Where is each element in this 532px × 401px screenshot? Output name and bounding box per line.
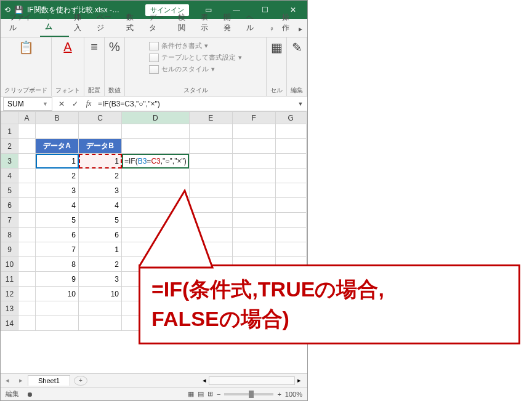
zoom-level[interactable]: 100%	[285, 391, 302, 398]
tab-tell[interactable]: ♀	[264, 21, 280, 37]
callout-leader-icon	[139, 188, 323, 286]
group-edit[interactable]: ✎ 編集	[287, 38, 307, 96]
sheet-tab-1[interactable]: Sheet1	[28, 375, 70, 386]
tab-help[interactable]: ヘル	[241, 9, 264, 37]
header-data-a[interactable]: データA	[36, 139, 79, 154]
font-icon[interactable]: A	[63, 40, 71, 54]
group-number[interactable]: % 数値	[105, 38, 125, 96]
tab-formula[interactable]: 数式	[121, 9, 144, 37]
row-3: 3 1 1 =IF(B3=C3,"○","×")	[1, 154, 307, 169]
col-header-c[interactable]: C	[79, 112, 122, 124]
zoom-in-button[interactable]: +	[277, 391, 281, 398]
col-header-f[interactable]: F	[232, 112, 275, 124]
annotation-callout: =IF(条件式,TRUEの場合, FALSEの場合)	[139, 264, 520, 363]
cell-b3[interactable]: 1	[36, 154, 79, 169]
sheet-nav-prev[interactable]: ◂	[1, 376, 14, 384]
callout-line2: FALSEの場合)	[151, 304, 384, 334]
zoom-slider[interactable]	[224, 393, 273, 395]
col-header-b[interactable]: B	[36, 112, 79, 124]
number-icon[interactable]: %	[109, 40, 120, 54]
table-format-button[interactable]: テーブルとして書式設定▾	[147, 52, 244, 63]
tab-dev[interactable]: 開発	[219, 9, 241, 37]
col-header-e[interactable]: E	[189, 112, 232, 124]
cond-format-button[interactable]: 条件付き書式▾	[147, 40, 244, 52]
align-icon[interactable]: ≡	[91, 40, 98, 54]
view-page-icon[interactable]: ▤	[198, 390, 204, 398]
row-4: 422	[1, 169, 307, 183]
cell-style-button[interactable]: セルのスタイル▾	[147, 63, 244, 75]
group-cells[interactable]: ▦ セル	[267, 38, 287, 96]
macro-record-icon[interactable]: ⏺	[26, 391, 33, 398]
cell-c3[interactable]: 1	[79, 154, 122, 169]
group-font[interactable]: A フォント	[52, 38, 84, 96]
horizontal-scrollbar[interactable]: ◂▸	[87, 376, 307, 385]
chevron-down-icon[interactable]: ▼	[42, 101, 48, 107]
row-1: 1	[1, 124, 307, 139]
tab-page[interactable]: ページ	[92, 9, 121, 37]
col-header-a[interactable]: A	[18, 112, 36, 124]
formula-input[interactable]: =IF(B3=C3,"○","×")	[95, 100, 294, 108]
col-header-g[interactable]: G	[275, 112, 306, 124]
tab-share[interactable]: 操作	[280, 9, 297, 37]
row-2: 2データAデータB	[1, 139, 307, 154]
header-data-b[interactable]: データB	[79, 139, 122, 154]
formula-bar: SUM ▼ ✕ ✓ fx =IF(B3=C3,"○","×") ▼	[1, 97, 307, 111]
cell-d3-editing[interactable]: =IF(B3=C3,"○","×")	[122, 154, 190, 169]
cancel-formula-icon[interactable]: ✕	[55, 100, 68, 108]
ribbon-tabs: ファイル ホーム 挿入 ページ 数式 データ 校閲 表示 開発 ヘル ♀ 操作 …	[1, 19, 307, 38]
add-sheet-button[interactable]: +	[74, 376, 87, 386]
tab-review[interactable]: 校閲	[173, 9, 196, 37]
cells-icon[interactable]: ▦	[271, 40, 283, 55]
group-styles: 条件付き書式▾ テーブルとして書式設定▾ セルのスタイル▾ スタイル	[125, 38, 267, 96]
tab-insert[interactable]: 挿入	[69, 9, 92, 37]
expand-formula-icon[interactable]: ▼	[294, 101, 307, 107]
tab-home[interactable]: ホーム	[40, 7, 69, 37]
fx-icon[interactable]: fx	[82, 99, 95, 108]
group-align[interactable]: ≡ 配置	[84, 38, 105, 96]
status-bar: 編集 ⏺ ▦ ▤ ⊞ − + 100%	[1, 387, 307, 400]
view-normal-icon[interactable]: ▦	[188, 390, 194, 398]
tab-view[interactable]: 表示	[196, 9, 219, 37]
tab-data[interactable]: データ	[144, 9, 173, 37]
ribbon: 📋 クリップボード A フォント ≡ 配置 % 数値 条件付き書式▾ テーブルと…	[1, 38, 307, 97]
paste-icon[interactable]: 📋	[18, 40, 34, 55]
zoom-out-button[interactable]: −	[217, 391, 220, 398]
col-header-d[interactable]: D	[122, 112, 190, 124]
group-clipboard[interactable]: 📋 クリップボード	[1, 38, 52, 96]
tab-file[interactable]: ファイル	[4, 9, 40, 37]
select-all-corner[interactable]	[1, 112, 18, 124]
ribbon-more-icon[interactable]: ▸	[297, 21, 304, 37]
accept-formula-icon[interactable]: ✓	[68, 100, 82, 108]
sheet-tabs: ◂ ▸ Sheet1 + ◂▸	[1, 373, 307, 387]
sheet-nav-next[interactable]: ▸	[14, 376, 28, 384]
status-mode: 編集	[6, 389, 19, 399]
svg-marker-0	[139, 191, 212, 268]
name-box[interactable]: SUM ▼	[3, 97, 52, 111]
edit-icon[interactable]: ✎	[292, 40, 302, 55]
view-break-icon[interactable]: ⊞	[208, 390, 213, 398]
